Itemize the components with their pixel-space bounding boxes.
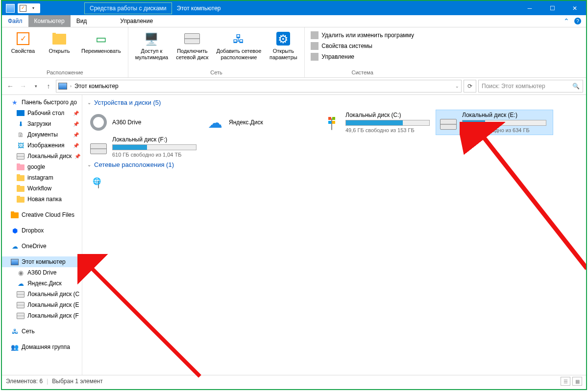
sidebar-homegroup[interactable]: 👥Домашняя группа [2,342,82,352]
add-network-button[interactable]: 🖧Добавить сетевое расположение [213,29,264,62]
network-location-item[interactable]: 🌐 [86,172,203,197]
pin-icon: 📌 [73,111,79,116]
close-button[interactable]: ✕ [564,1,586,15]
content-area: ⌄Устройства и диски (5) A360 Drive ☁ Янд… [82,95,586,375]
item-count: Элементов: 6 [6,378,43,385]
help-icon[interactable]: ? [574,18,581,24]
usage-bar [462,120,546,126]
collapse-ribbon-icon[interactable]: ⌃ [564,17,569,25]
sidebar-a360[interactable]: ◉A360 Drive [2,267,82,278]
sidebar-disk-e[interactable]: Локальный диск (E [2,300,82,310]
svg-line-5 [87,264,200,376]
sidebar-documents[interactable]: 🗎Документы📌 [2,129,82,140]
forward-button[interactable]: → [18,81,28,92]
pin-icon: 📌 [73,143,79,148]
tab-computer[interactable]: Компьютер [28,15,71,27]
ribbon-tabs: Файл Компьютер Вид Управление ⌃ ? [2,15,586,27]
sidebar-this-pc[interactable]: Этот компьютер [2,256,82,267]
details-view-button[interactable]: ☰ [561,377,570,386]
sidebar-yandex[interactable]: ☁Яндекс.Диск [2,278,82,289]
status-bar: Элементов: 6 | Выбран 1 элемент ☰ ▦ [2,375,586,387]
chevron-down-icon[interactable]: ⌄ [455,84,459,89]
open-button[interactable]: Открыть [42,29,76,56]
sidebar-instagram[interactable]: instagram [2,172,82,183]
title-bar: ✓ ▾ Средства работы с дисками Этот компь… [2,1,586,15]
a360-drive-item[interactable]: A360 Drive [86,110,203,135]
uninstall-program-button[interactable]: Удалить или изменить программу [309,30,416,40]
window-title: Этот компьютер [177,5,221,12]
sidebar-downloads[interactable]: ⬇Загрузки📌 [2,118,82,129]
search-input[interactable]: Поиск: Этот компьютер 🔍 [478,80,583,92]
rename-button[interactable]: ▭Переименовать [78,29,124,56]
ribbon-group-system: Удалить или изменить программу Свойства … [305,27,420,77]
ribbon-group-network: 🖥️Доступ к мультимедиа Подключить сетево… [128,27,305,77]
title-context-tab[interactable]: Средства работы с дисками [84,2,172,14]
drive-icon [321,112,343,133]
pc-icon [58,83,67,90]
drive-f-item[interactable]: Локальный диск (F:) 610 ГБ свободно из 1… [86,135,203,159]
cloud-icon: ☁ [208,114,222,131]
chevron-down-icon: ⌄ [87,100,91,105]
sidebar-disk-f[interactable]: Локальный диск (F [2,310,82,321]
up-button[interactable]: ↑ [43,81,54,92]
window-controls: ─ ☐ ✕ [518,1,586,15]
tab-view[interactable]: Вид [71,15,93,27]
drive-icon [88,136,109,158]
manage-button[interactable]: Управление [309,52,416,62]
media-access-button[interactable]: 🖥️Доступ к мультимедиа [132,29,172,62]
usage-bar [345,120,430,126]
tab-manage[interactable]: Управление [114,15,159,27]
annotation-arrow [77,254,215,390]
sidebar-network[interactable]: 🖧Сеть [2,326,82,337]
chevron-down-icon: ⌄ [87,162,91,167]
group-devices[interactable]: ⌄Устройства и диски (5) [86,97,582,110]
drive-e-item[interactable]: Локальный диск (E:) 465 ГБ свободно из 6… [436,110,553,135]
svg-point-0 [92,115,105,129]
pin-icon: 📌 [73,132,79,138]
properties-button[interactable]: ✓Свойства [6,29,40,56]
group-network[interactable]: ⌄Сетевые расположения (1) [86,159,582,172]
icons-view-button[interactable]: ▦ [572,377,582,386]
navigation-bar: ← → ▾ ↑ › Этот компьютер ⌄ ⟳ Поиск: Этот… [2,78,586,95]
sidebar-creative-cloud[interactable]: Creative Cloud Files [2,209,82,220]
minimize-button[interactable]: ─ [518,1,541,15]
svg-rect-3 [328,121,331,124]
explorer-window: { "title": {"context":"Средства работы с… [1,0,587,390]
sidebar-desktop[interactable]: Рабочий стол📌 [2,108,82,118]
sidebar-disk-c[interactable]: Локальный диск (C [2,289,82,300]
sidebar-google[interactable]: google [2,161,82,172]
sidebar-workflow[interactable]: Workflow [2,183,82,194]
sidebar-local-disk[interactable]: Локальный диск📌 [2,151,82,161]
sidebar-dropbox[interactable]: ⬢Dropbox [2,225,82,236]
a360-icon [90,114,107,131]
refresh-button[interactable]: ⟳ [464,80,476,92]
sidebar-pictures[interactable]: 🖼Изображения📌 [2,140,82,151]
tab-file[interactable]: Файл [2,15,28,27]
svg-rect-1 [328,117,331,120]
quick-access-toolbar: ✓ ▾ [18,3,40,13]
ribbon-group-location: ✓Свойства Открыть ▭Переименовать Располо… [2,27,128,77]
maximize-button[interactable]: ☐ [541,1,564,15]
yandex-disk-item[interactable]: ☁ Яндекс.Диск [203,110,319,135]
drive-c-item[interactable]: Локальный диск (C:) 49,6 ГБ свободно из … [319,110,436,135]
sidebar: ★Панель быстрого до Рабочий стол📌 ⬇Загру… [2,95,82,375]
pin-icon: 📌 [74,154,80,159]
back-button[interactable]: ← [5,81,16,92]
breadcrumb[interactable]: Этот компьютер [74,83,119,90]
address-bar[interactable]: › Этот компьютер ⌄ [56,80,462,92]
map-drive-button[interactable]: Подключить сетевой диск [173,29,211,62]
sidebar-new-folder[interactable]: Новая папка [2,194,82,205]
sidebar-quick-access[interactable]: ★Панель быстрого до [2,97,82,108]
system-properties-button[interactable]: Свойства системы [309,41,416,51]
drive-icon [438,112,459,133]
selection-count: Выбран 1 элемент [52,378,102,385]
ribbon-help: ⌃ ? [564,15,586,27]
qat-properties-button[interactable]: ✓ [19,4,27,13]
recent-dropdown[interactable]: ▾ [30,81,41,92]
open-settings-button[interactable]: ⚙Открыть параметры [266,29,300,62]
sidebar-onedrive[interactable]: ☁OneDrive [2,241,82,252]
pin-icon: 📌 [73,121,79,127]
devices-items: A360 Drive ☁ Яндекс.Диск Локальный диск … [86,110,582,159]
svg-rect-2 [332,117,335,120]
qat-dropdown-button[interactable]: ▾ [27,4,39,13]
